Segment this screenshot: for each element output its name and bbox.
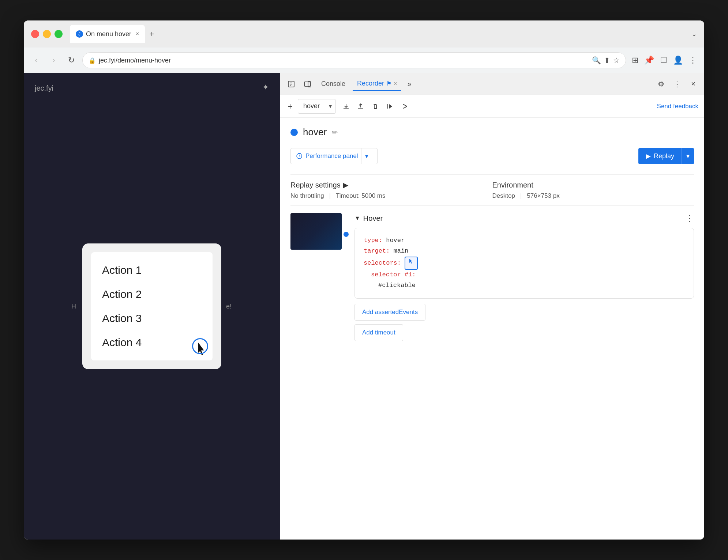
- expand-icon[interactable]: ▼: [354, 215, 360, 222]
- address-bar[interactable]: 🔒 jec.fyi/demo/menu-hover 🔍 ⬆ ☆: [82, 52, 626, 68]
- side-text-right: e!: [226, 303, 232, 310]
- continue-button[interactable]: [398, 100, 411, 113]
- timeline-dot: [344, 232, 349, 237]
- forward-icon: ›: [52, 56, 55, 65]
- lock-icon: 🔒: [89, 57, 96, 64]
- perf-dropdown-icon: ▾: [365, 152, 368, 160]
- close-icon: ×: [691, 80, 695, 88]
- traffic-light-green[interactable]: [55, 30, 63, 38]
- selector-num-key: selector #1:: [371, 271, 416, 278]
- forward-button[interactable]: ›: [47, 54, 60, 67]
- tab-recorder[interactable]: Recorder ⚑ ×: [353, 77, 401, 91]
- import-button[interactable]: [354, 100, 367, 113]
- code-line-selector-num: selector #1:: [364, 270, 685, 280]
- replay-settings-row: Replay settings ▶ No throttling | Timeou…: [290, 174, 694, 206]
- export-button[interactable]: [339, 100, 353, 113]
- recording-name: hover: [298, 102, 325, 110]
- refresh-button[interactable]: ↻: [65, 54, 78, 67]
- address-text: jec.fyi/demo/menu-hover: [99, 57, 589, 64]
- menu-item-4[interactable]: Action 4: [102, 332, 202, 353]
- device-icon[interactable]: [301, 77, 314, 91]
- type-key: type:: [364, 237, 382, 244]
- code-line-target: target: main: [364, 246, 685, 257]
- timeline-indicator: [342, 216, 349, 237]
- step-play-button[interactable]: [383, 100, 397, 113]
- browser-tab-active[interactable]: J On menu hover ×: [70, 25, 145, 43]
- perf-panel-label: Performance panel: [305, 152, 358, 160]
- add-timeout-button[interactable]: Add timeout: [354, 324, 403, 341]
- environment-settings: Environment Desktop | 576×753 px: [492, 181, 694, 200]
- delete-recording-button[interactable]: [369, 100, 382, 113]
- more-tabs-button[interactable]: »: [404, 78, 414, 90]
- resolution-setting: 576×753 px: [527, 192, 564, 200]
- browser-window: J On menu hover × + ⌄ ‹ › ↻ 🔒 jec.fyi/de…: [24, 20, 704, 540]
- environment-title: Environment: [492, 181, 694, 189]
- screen-icon[interactable]: ☐: [658, 54, 669, 67]
- replay-label: Replay: [654, 152, 674, 160]
- tab-console[interactable]: Console: [317, 77, 350, 91]
- recorder-toolbar: + hover ▾: [280, 95, 704, 118]
- menu-item-1[interactable]: Action 1: [102, 260, 202, 281]
- action-buttons-row: Performance panel ▾ ▶ Replay ▾: [290, 148, 694, 164]
- selectors-key: selectors:: [364, 260, 401, 266]
- target-key: target:: [364, 247, 390, 254]
- send-feedback-link[interactable]: Send feedback: [657, 103, 698, 110]
- devtools-settings-button[interactable]: ⚙: [654, 77, 668, 91]
- replay-dropdown-icon: ▾: [686, 152, 690, 160]
- menu-item-3[interactable]: Action 3: [102, 308, 202, 329]
- devtools-more-button[interactable]: ⋮: [671, 77, 684, 91]
- site-label: jec.fyi: [35, 84, 53, 92]
- address-search-icon: 🔍: [592, 56, 601, 65]
- replay-settings-label: Replay settings: [290, 181, 341, 189]
- code-line-selector-val: #clickable: [364, 280, 685, 291]
- window-dropdown[interactable]: ⌄: [691, 30, 697, 38]
- traffic-light-red[interactable]: [31, 30, 39, 38]
- new-tab-button[interactable]: +: [146, 28, 157, 40]
- recording-header: hover ✏: [290, 126, 694, 138]
- replay-dropdown-button[interactable]: ▾: [682, 148, 694, 164]
- devtools-panel: Console Recorder ⚑ × » ⚙ ⋮ ×: [280, 73, 704, 540]
- settings-arrow-icon: ▶: [343, 181, 348, 189]
- cursor-indicator: [196, 342, 209, 360]
- back-button[interactable]: ‹: [30, 54, 43, 67]
- inspector-icon[interactable]: [285, 77, 298, 91]
- menu-dots-icon[interactable]: ⋮: [687, 54, 698, 67]
- edit-title-button[interactable]: ✏: [332, 128, 338, 137]
- traffic-light-yellow[interactable]: [43, 30, 51, 38]
- main-content: jec.fyi ✦ H e! Action 1 Action 2 Action …: [24, 73, 704, 540]
- performance-panel-button[interactable]: Performance panel ▾: [290, 148, 378, 164]
- tab-title: On menu hover: [86, 30, 131, 38]
- add-recording-button[interactable]: +: [286, 100, 294, 113]
- menu-card: H e! Action 1 Action 2 Action 3 Action 4: [82, 243, 221, 369]
- address-bookmark-icon: ☆: [613, 56, 620, 65]
- extensions-icon[interactable]: ⊞: [630, 54, 640, 67]
- timeline-thumbnail[interactable]: [290, 213, 342, 250]
- selector-picker-button[interactable]: [405, 257, 418, 270]
- perf-panel-dropdown[interactable]: ▾: [361, 148, 372, 164]
- devtools-close-button[interactable]: ×: [687, 77, 700, 91]
- address-share-icon: ⬆: [604, 56, 610, 65]
- recorder-tab-close[interactable]: ×: [394, 80, 397, 87]
- recording-selector[interactable]: hover ▾: [298, 99, 336, 114]
- tab-close-button[interactable]: ×: [136, 31, 139, 37]
- replay-settings-title[interactable]: Replay settings ▶: [290, 181, 492, 189]
- theme-toggle-icon[interactable]: ✦: [262, 83, 269, 92]
- replay-settings-left: Replay settings ▶ No throttling | Timeou…: [290, 181, 492, 200]
- recording-dropdown-button[interactable]: ▾: [325, 99, 335, 113]
- add-asserted-events-button[interactable]: Add assertedEvents: [354, 304, 425, 321]
- code-line-selectors: selectors:: [364, 257, 685, 270]
- profile-icon[interactable]: 👤: [672, 54, 684, 67]
- pin-icon[interactable]: 📌: [643, 54, 656, 67]
- env-separator: |: [520, 192, 527, 200]
- dropdown-chevron-icon: ▾: [329, 103, 332, 110]
- action-more-button[interactable]: ⋮: [685, 213, 694, 223]
- timeline-connector: [342, 213, 349, 341]
- menu-item-2[interactable]: Action 2: [102, 284, 202, 305]
- title-bar: J On menu hover × + ⌄: [24, 20, 704, 48]
- code-line-type: type: hover: [364, 235, 685, 246]
- replay-button[interactable]: ▶ Replay: [638, 148, 682, 164]
- action-buttons-bottom: Add assertedEvents Add timeout: [354, 304, 694, 341]
- recorder-tab-icon: ⚑: [386, 80, 391, 87]
- tab-bar: J On menu hover × +: [70, 25, 688, 43]
- side-text-left: H: [71, 303, 76, 310]
